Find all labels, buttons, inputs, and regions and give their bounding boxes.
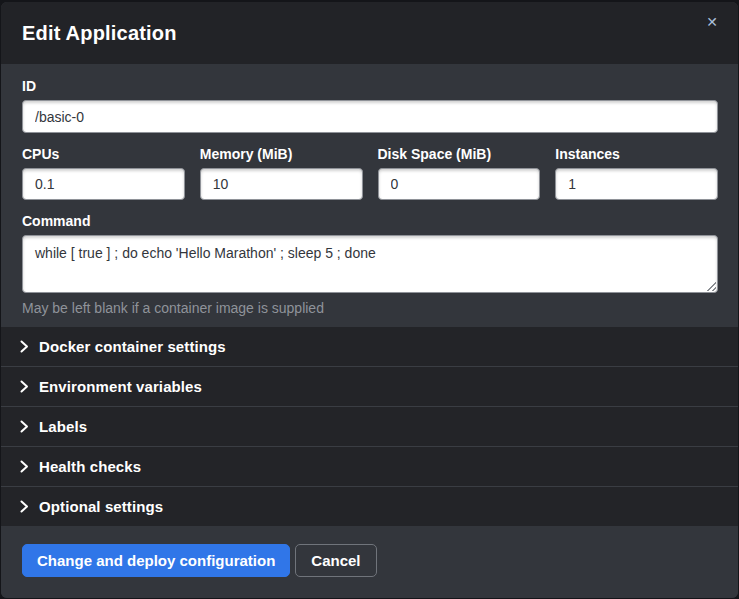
accordion: Docker container settings Environment va…: [1, 327, 738, 526]
chevron-right-icon: [20, 380, 29, 393]
modal-backdrop: Edit Application ✕ ID CPUs Memory (MiB) …: [0, 0, 739, 599]
instances-input[interactable]: [555, 168, 718, 200]
section-labels[interactable]: Labels: [1, 406, 738, 446]
cancel-button[interactable]: Cancel: [295, 544, 376, 577]
id-field-group: ID: [22, 78, 718, 133]
chevron-right-icon: [20, 500, 29, 513]
resources-row: CPUs Memory (MiB) Disk Space (MiB) Insta…: [22, 146, 718, 200]
cpus-label: CPUs: [22, 146, 185, 163]
section-label: Health checks: [39, 458, 141, 475]
memory-input[interactable]: [200, 168, 363, 200]
chevron-right-icon: [20, 420, 29, 433]
section-health-checks[interactable]: Health checks: [1, 446, 738, 486]
modal-title: Edit Application: [22, 22, 177, 45]
command-label: Command: [22, 213, 718, 230]
section-label: Docker container settings: [39, 338, 226, 355]
id-input[interactable]: [22, 100, 718, 133]
section-label: Environment variables: [39, 378, 202, 395]
section-docker-container-settings[interactable]: Docker container settings: [1, 327, 738, 366]
disk-input[interactable]: [378, 168, 541, 200]
memory-field-group: Memory (MiB): [200, 146, 363, 200]
chevron-right-icon: [20, 340, 29, 353]
section-optional-settings[interactable]: Optional settings: [1, 486, 738, 526]
section-label: Optional settings: [39, 498, 163, 515]
command-textarea-wrap: while [ true ] ; do echo 'Hello Marathon…: [22, 235, 718, 293]
section-environment-variables[interactable]: Environment variables: [1, 366, 738, 406]
id-label: ID: [22, 78, 718, 95]
cpus-input[interactable]: [22, 168, 185, 200]
edit-application-modal: Edit Application ✕ ID CPUs Memory (MiB) …: [1, 2, 738, 598]
change-and-deploy-button[interactable]: Change and deploy configuration: [22, 544, 290, 577]
instances-label: Instances: [555, 146, 718, 163]
modal-footer: Change and deploy configuration Cancel: [1, 526, 738, 598]
disk-field-group: Disk Space (MiB): [378, 146, 541, 200]
close-icon[interactable]: ✕: [706, 15, 718, 29]
cpus-field-group: CPUs: [22, 146, 185, 200]
modal-body: ID CPUs Memory (MiB) Disk Space (MiB) In: [1, 64, 738, 327]
memory-label: Memory (MiB): [200, 146, 363, 163]
command-help-text: May be left blank if a container image i…: [22, 299, 718, 317]
modal-header: Edit Application ✕: [1, 2, 738, 64]
command-textarea[interactable]: while [ true ] ; do echo 'Hello Marathon…: [22, 235, 718, 293]
disk-label: Disk Space (MiB): [378, 146, 541, 163]
chevron-right-icon: [20, 460, 29, 473]
section-label: Labels: [39, 418, 87, 435]
command-field-group: Command while [ true ] ; do echo 'Hello …: [22, 213, 718, 317]
instances-field-group: Instances: [555, 146, 718, 200]
